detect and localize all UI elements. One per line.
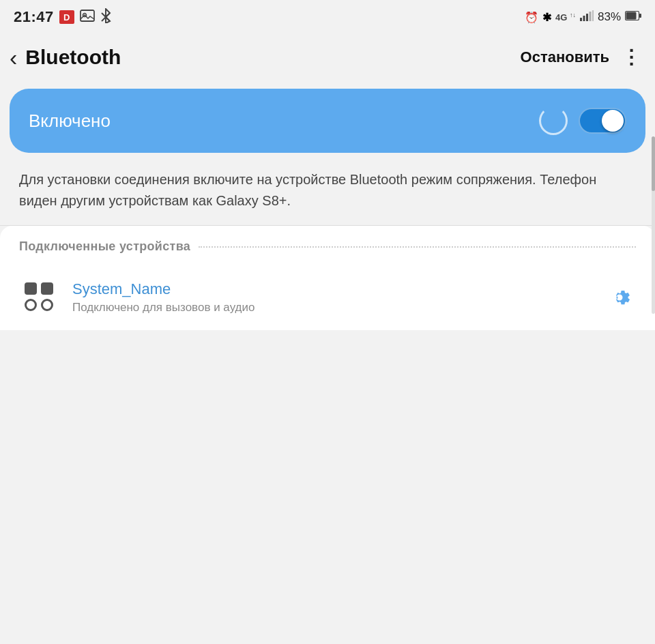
status-alarm-icon: ⏰ — [525, 11, 538, 24]
gear-icon — [607, 285, 632, 310]
svg-rect-11 — [626, 12, 637, 20]
status-right: ⏰ ✱ 4G ↑↓ 83% — [525, 10, 641, 24]
toggle-knob — [602, 110, 624, 132]
stop-button[interactable]: Остановить — [521, 48, 609, 66]
status-icon-d: D — [59, 10, 74, 24]
svg-rect-8 — [592, 10, 594, 21]
more-options-button[interactable]: ⋮ — [622, 48, 641, 67]
loading-spinner — [539, 106, 568, 135]
status-bt-icon: ✱ — [542, 11, 551, 24]
device-name[interactable]: System_Name — [72, 280, 603, 298]
back-button[interactable]: ‹ — [10, 44, 17, 71]
svg-rect-10 — [639, 14, 641, 18]
bluetooth-description-text: Для установки соединения включите на уст… — [19, 169, 636, 211]
status-battery-text: 83% — [598, 10, 621, 24]
status-icon-bluetooth — [100, 8, 111, 27]
status-icon-image — [80, 10, 95, 25]
device-list-item: System_Name Подключено для вызовов и ауд… — [19, 265, 636, 330]
bluetooth-toggle-label: Включено — [29, 111, 111, 132]
device-settings-button[interactable] — [603, 281, 636, 314]
device-connection-status: Подключено для вызовов и аудио — [72, 301, 603, 314]
svg-rect-4 — [580, 18, 582, 21]
device-info: System_Name Подключено для вызовов и ауд… — [72, 280, 603, 314]
scrollbar-thumb[interactable] — [652, 136, 655, 191]
device-icon-container — [19, 277, 60, 318]
connected-devices-header: Подключенные устройства — [19, 239, 636, 254]
scrollbar-track[interactable] — [652, 136, 655, 314]
page-title: Bluetooth — [25, 46, 520, 69]
bluetooth-toggle-card: Включено — [10, 89, 645, 153]
device-type-icon — [25, 282, 55, 312]
svg-rect-7 — [589, 12, 591, 21]
section-dots-divider — [199, 246, 636, 248]
status-network-icon: 4G ↑↓ — [555, 12, 576, 23]
connected-devices-title: Подключенные устройства — [19, 239, 190, 254]
svg-rect-6 — [586, 14, 588, 21]
status-signal-icon — [580, 10, 594, 24]
status-battery-icon — [625, 11, 641, 23]
status-time: 21:47 — [14, 8, 54, 26]
status-left: 21:47 D — [14, 8, 111, 27]
page-header: ‹ Bluetooth Остановить ⋮ — [0, 33, 655, 82]
bluetooth-description: Для установки соединения включите на уст… — [0, 153, 655, 225]
connected-devices-section: Подключенные устройства System_Name Подк… — [0, 226, 655, 330]
toggle-controls — [539, 106, 626, 135]
status-bar: 21:47 D ⏰ ✱ 4G ↑↓ — [0, 0, 655, 33]
svg-rect-5 — [583, 16, 585, 21]
bluetooth-toggle-switch[interactable] — [579, 108, 626, 134]
